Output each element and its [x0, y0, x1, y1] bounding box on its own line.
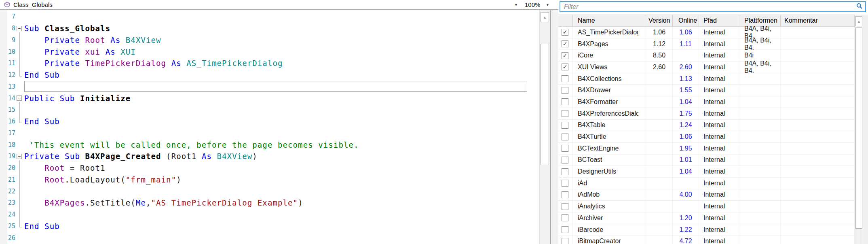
table-row[interactable]: B4XPreferencesDialog1.75Internal: [558, 108, 855, 120]
column-header-select[interactable]: [558, 15, 573, 26]
column-header-name[interactable]: Name: [573, 15, 646, 26]
code-line[interactable]: 21 Root.LoadLayout("frm_main"): [0, 174, 539, 186]
cell-name: B4XTurtle: [573, 131, 646, 142]
checkbox-unchecked[interactable]: [562, 168, 568, 175]
code-text: B4XPages.SetTitle(Me,"AS TimePickerDialo…: [24, 198, 303, 207]
table-row[interactable]: ✓AS_TimePickerDialog1.061.06InternalB4A,…: [558, 27, 855, 38]
code-line[interactable]: 12End Sub: [0, 69, 539, 81]
code-line[interactable]: 11 Private TimePickerDialog As AS_TimePi…: [0, 57, 539, 69]
code-line[interactable]: 23 B4XPages.SetTitle(Me,"AS TimePickerDi…: [0, 197, 539, 209]
table-row[interactable]: B4XFormatter1.04Internal: [558, 96, 855, 108]
online-version-link[interactable]: 1.24: [679, 121, 692, 129]
column-header-pfad[interactable]: Pfad: [699, 15, 740, 26]
zoom-dropdown-value[interactable]: 100%: [525, 1, 540, 8]
checkbox-unchecked[interactable]: [562, 226, 568, 233]
column-header-plattformen[interactable]: Plattformen: [740, 15, 781, 26]
checkbox-unchecked[interactable]: [562, 110, 568, 117]
table-row[interactable]: iAdMob4.00Internal: [558, 189, 855, 201]
checkbox-unchecked[interactable]: [562, 145, 568, 152]
code-line[interactable]: 19−Private Sub B4XPage_Created (Root1 As…: [0, 151, 539, 162]
fold-collapse-icon[interactable]: −: [17, 95, 22, 101]
checkbox-unchecked[interactable]: [562, 214, 568, 221]
online-version-link[interactable]: 1.04: [679, 98, 692, 106]
code-line[interactable]: 26: [0, 232, 539, 244]
checkbox-unchecked[interactable]: [562, 134, 568, 140]
online-version-link[interactable]: 1.01: [679, 156, 692, 163]
filter-input[interactable]: [560, 1, 866, 12]
scroll-up-button[interactable]: ▲: [541, 12, 549, 22]
table-row[interactable]: DesignerUtils1.04Internal: [558, 166, 855, 178]
code-line[interactable]: 22: [0, 185, 539, 197]
scroll-up-button[interactable]: ▲: [855, 16, 862, 26]
online-version-link[interactable]: 1.13: [679, 75, 692, 83]
checkbox-checked[interactable]: ✓: [562, 40, 568, 47]
code-line[interactable]: 7: [0, 11, 539, 23]
table-row[interactable]: iAnalyticsInternal: [558, 201, 855, 212]
scrollbar-thumb[interactable]: [541, 44, 549, 165]
table-row[interactable]: B4XTurtle1.06Internal: [558, 131, 855, 143]
checkbox-unchecked[interactable]: [562, 75, 568, 82]
code-line[interactable]: 10 Private xui As XUI: [0, 46, 539, 57]
online-version-link[interactable]: 1.06: [679, 29, 692, 36]
checkbox-checked[interactable]: ✓: [562, 29, 568, 36]
online-version-link[interactable]: 1.11: [680, 40, 692, 48]
table-row[interactable]: iBarcode1.22Internal: [558, 224, 855, 236]
online-version-link[interactable]: 1.22: [679, 226, 692, 233]
online-version-link[interactable]: 4.72: [679, 238, 692, 244]
table-row[interactable]: ✓XUI Views2.602.60InternalB4A, B4i, B4.: [558, 62, 855, 73]
checkbox-unchecked[interactable]: [562, 122, 568, 129]
code-line[interactable]: 9 Private Root As B4XView: [0, 34, 539, 46]
table-row[interactable]: ✓iCore8.50InternalB4i: [558, 50, 855, 62]
table-row[interactable]: B4XDrawer1.55Internal: [558, 85, 855, 96]
checkbox-unchecked[interactable]: [562, 180, 568, 187]
cell-plattformen: [740, 178, 781, 189]
online-version-link[interactable]: 1.75: [679, 110, 692, 117]
code-line[interactable]: 8−Sub Class_Globals: [0, 23, 539, 34]
table-row[interactable]: BCTextEngine1.95Internal: [558, 143, 855, 155]
zoom-dropdown-caret-icon[interactable]: ▼: [546, 3, 549, 7]
table-row[interactable]: B4XTable1.24Internal: [558, 120, 855, 132]
table-row[interactable]: iAdInternal: [558, 178, 855, 189]
table-row[interactable]: BCToast1.01Internal: [558, 155, 855, 166]
fold-collapse-icon[interactable]: −: [17, 154, 22, 159]
code-line[interactable]: 15: [0, 104, 539, 116]
code-area[interactable]: 78−Sub Class_Globals9 Private Root As B4…: [0, 10, 539, 244]
code-line[interactable]: 16End Sub: [0, 116, 539, 127]
column-header-kommentar[interactable]: Kommentar: [781, 15, 855, 26]
online-version-link[interactable]: 1.55: [679, 87, 692, 94]
module-dropdown-caret-icon[interactable]: ▼: [514, 3, 518, 7]
column-header-version[interactable]: Version: [646, 15, 673, 26]
code-line[interactable]: 14−Public Sub Initialize: [0, 92, 539, 104]
checkbox-checked[interactable]: ✓: [562, 52, 568, 59]
online-version-link[interactable]: 1.04: [679, 168, 692, 175]
online-version-link[interactable]: 1.95: [679, 145, 692, 152]
table-row[interactable]: iArchiver1.20Internal: [558, 212, 855, 224]
code-line[interactable]: 18 'This event will be called once, befo…: [0, 139, 539, 151]
library-vertical-scrollbar[interactable]: ▲: [855, 15, 863, 244]
online-version-link[interactable]: 1.06: [679, 133, 692, 140]
checkbox-unchecked[interactable]: [562, 191, 568, 198]
code-line[interactable]: 24: [0, 209, 539, 221]
editor-vertical-scrollbar[interactable]: ▲: [539, 10, 550, 244]
module-dropdown-value[interactable]: Class_Globals: [13, 1, 53, 8]
fold-collapse-icon[interactable]: −: [17, 26, 22, 31]
checkbox-unchecked[interactable]: [562, 98, 568, 105]
table-row[interactable]: B4XCollections1.13Internal: [558, 73, 855, 85]
checkbox-checked[interactable]: ✓: [562, 64, 568, 70]
code-line[interactable]: 13: [0, 81, 539, 93]
checkbox-unchecked[interactable]: [562, 203, 568, 210]
column-header-online[interactable]: Online: [673, 15, 699, 26]
checkbox-unchecked[interactable]: [562, 87, 568, 94]
code-line[interactable]: 25End Sub: [0, 221, 539, 232]
checkbox-unchecked[interactable]: [562, 238, 568, 244]
online-version-link[interactable]: 2.60: [679, 64, 692, 71]
code-line[interactable]: 17: [0, 127, 539, 139]
scrollbar-thumb[interactable]: [855, 28, 862, 229]
table-row[interactable]: iBitmapCreator4.72Internal: [558, 236, 855, 244]
code-line[interactable]: 20 Root = Root1: [0, 162, 539, 174]
online-version-link[interactable]: 1.20: [679, 214, 692, 222]
online-version-link[interactable]: 4.00: [679, 191, 692, 198]
table-row[interactable]: ✓B4XPages1.121.11InternalB4A, B4i, B4.: [558, 38, 855, 50]
checkbox-unchecked[interactable]: [562, 157, 568, 163]
pane-splitter[interactable]: [550, 10, 558, 244]
